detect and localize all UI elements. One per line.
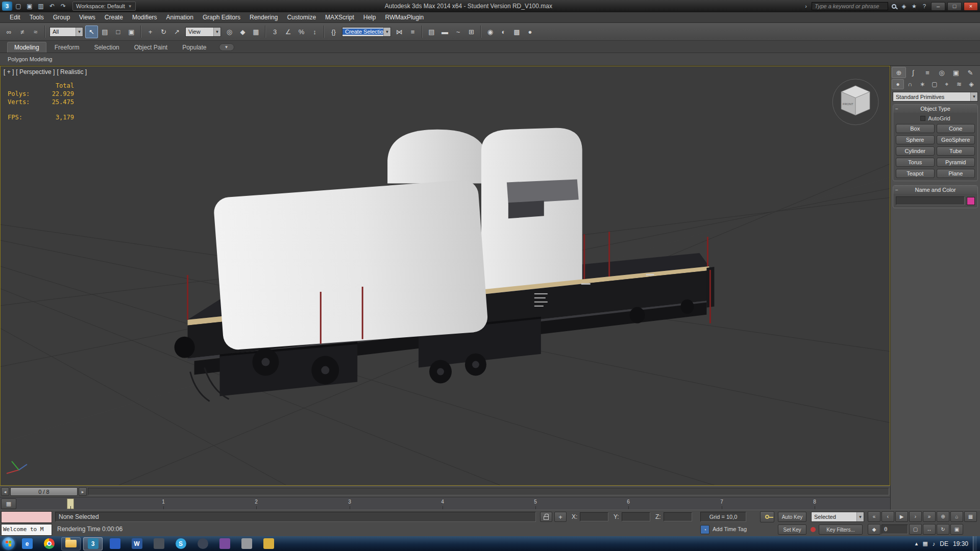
percent-snap-icon[interactable]: % xyxy=(295,26,308,38)
time-configuration-button[interactable]: ▦ xyxy=(964,511,977,522)
category-systems-icon[interactable]: ◈ xyxy=(965,79,977,89)
spinner-snap-icon[interactable]: ↕ xyxy=(308,26,321,38)
pan-view-button[interactable]: ↔ xyxy=(923,524,936,535)
network-icon[interactable]: ▦ xyxy=(922,540,927,547)
selection-set-animate-dropdown[interactable]: Selected▼ xyxy=(811,512,864,522)
key-mode-toggle[interactable]: ◆ xyxy=(868,524,880,535)
object-type-teapot-button[interactable]: Teapot xyxy=(896,169,935,178)
favorites-icon[interactable]: ★ xyxy=(910,2,919,10)
search-icon[interactable] xyxy=(889,2,898,10)
help-icon[interactable]: ? xyxy=(920,2,929,10)
show-desktop-button[interactable] xyxy=(973,536,977,551)
redo-icon[interactable]: ↷ xyxy=(58,2,68,11)
communication-center-icon[interactable]: ◈ xyxy=(899,2,909,10)
save-file-icon[interactable]: ▥ xyxy=(36,2,46,11)
select-and-move-icon[interactable]: + xyxy=(144,26,157,38)
x-coordinate-input[interactable] xyxy=(580,512,608,521)
selection-set-dropdown[interactable]: Create Selection Se▼ xyxy=(342,27,391,37)
select-by-name-icon[interactable]: ▤ xyxy=(99,26,111,38)
add-time-tag-label[interactable]: Add Time Tag xyxy=(713,526,747,532)
track-bar[interactable]: ▦ 1 2 3 4 5 6 7 8 xyxy=(0,497,890,510)
layer-explorer-icon[interactable]: ▤ xyxy=(425,26,438,38)
close-button[interactable]: × xyxy=(964,2,978,11)
show-hidden-icons-icon[interactable]: ▴ xyxy=(915,540,918,547)
taskbar-internet-explorer[interactable]: e xyxy=(17,537,37,550)
category-geometry-icon[interactable]: ● xyxy=(892,79,904,89)
ribbon-minimize-icon[interactable]: ▼ xyxy=(219,43,234,51)
select-and-scale-icon[interactable]: ↗ xyxy=(170,26,183,38)
taskbar-chrome[interactable] xyxy=(39,537,59,550)
maximize-viewport-toggle[interactable]: ▣ xyxy=(950,524,963,535)
viewport-menu-pov[interactable]: [ Perspective ] xyxy=(16,68,55,76)
object-type-geosphere-button[interactable]: GeoSphere xyxy=(937,135,975,144)
field-of-view-button[interactable]: ▢ xyxy=(909,524,922,535)
tab-utilities-icon[interactable]: ✎ xyxy=(963,67,977,78)
menu-help[interactable]: Help xyxy=(359,13,381,22)
curve-editor-icon[interactable]: ~ xyxy=(452,26,464,38)
object-type-box-button[interactable]: Box xyxy=(896,124,935,133)
autogrid-checkbox[interactable] xyxy=(920,116,925,121)
menu-modifiers[interactable]: Modifiers xyxy=(128,13,162,22)
ribbon-toggle-icon[interactable]: ▬ xyxy=(438,26,451,38)
menu-rwmaxplugin[interactable]: RWMaxPlugin xyxy=(380,13,428,22)
name-color-rollout-header[interactable]: − Name and Color xyxy=(893,186,977,194)
object-type-tube-button[interactable]: Tube xyxy=(937,146,975,156)
new-scene-icon[interactable]: ▢ xyxy=(13,2,23,11)
ribbon-tab-populate[interactable]: Populate xyxy=(176,42,213,53)
taskbar-media-player[interactable] xyxy=(105,537,125,550)
viewport-menu-general[interactable]: [ + ] xyxy=(4,68,14,76)
align-icon[interactable]: ≡ xyxy=(406,26,419,38)
taskbar-skype[interactable]: S xyxy=(171,537,190,550)
menu-create[interactable]: Create xyxy=(100,13,128,22)
angle-snap-icon[interactable]: ∠ xyxy=(282,26,295,38)
tab-modify-icon[interactable]: ∫ xyxy=(906,67,920,78)
named-selection-sets-icon[interactable]: {} xyxy=(327,26,340,38)
object-type-rollout-header[interactable]: − Object Type xyxy=(893,105,977,113)
maxscript-listener-line[interactable]: Welcome to M xyxy=(1,524,52,536)
rectangular-selection-icon[interactable]: □ xyxy=(112,26,125,38)
taskbar-app-10[interactable] xyxy=(215,537,234,550)
menu-maxscript[interactable]: MAXScript xyxy=(321,13,359,22)
tab-create-icon[interactable]: ⊕ xyxy=(892,67,906,78)
maximize-button[interactable]: □ xyxy=(947,2,962,11)
menu-tools[interactable]: Tools xyxy=(25,13,48,22)
workspace-selector[interactable]: Workspace: Default ▼ xyxy=(72,2,136,11)
taskbar-windows-explorer[interactable] xyxy=(61,537,81,550)
tab-hierarchy-icon[interactable]: ≡ xyxy=(920,67,935,78)
menu-group[interactable]: Group xyxy=(48,13,75,22)
start-button[interactable] xyxy=(2,537,15,550)
mirror-icon[interactable]: ⋈ xyxy=(393,26,406,38)
object-type-plane-button[interactable]: Plane xyxy=(937,169,975,178)
select-object-icon[interactable]: ↖ xyxy=(85,26,98,38)
clock[interactable]: 19:30 xyxy=(953,540,968,547)
snap-toggle-icon[interactable]: 3 xyxy=(268,26,281,38)
ribbon-tab-object-paint[interactable]: Object Paint xyxy=(128,42,174,53)
material-editor-icon[interactable]: ◉ xyxy=(484,26,497,38)
open-file-icon[interactable]: ▣ xyxy=(24,2,35,11)
object-type-torus-button[interactable]: Torus xyxy=(896,158,935,167)
time-tag-icon[interactable]: ◔ xyxy=(700,525,709,534)
taskbar-3ds-max[interactable]: 3 xyxy=(83,537,103,550)
menu-customize[interactable]: Customize xyxy=(282,13,321,22)
volume-icon[interactable]: ♪ xyxy=(933,541,936,547)
mini-curve-editor-icon[interactable]: ▦ xyxy=(1,498,16,509)
taskbar-app-7[interactable] xyxy=(149,537,168,550)
render-setup-icon[interactable]: ◐ xyxy=(497,26,510,38)
ribbon-tab-modeling[interactable]: Modeling xyxy=(7,42,46,53)
object-type-sphere-button[interactable]: Sphere xyxy=(896,135,935,144)
zoom-extents-all-button[interactable]: ⌂ xyxy=(950,511,963,522)
app-logo-icon[interactable]: 3 xyxy=(2,2,12,11)
next-frame-button[interactable]: › xyxy=(909,511,922,522)
taskbar-app-11[interactable] xyxy=(237,537,256,550)
category-space-warps-icon[interactable]: ≋ xyxy=(953,79,965,89)
ribbon-tab-selection[interactable]: Selection xyxy=(87,42,126,53)
orbit-view-button[interactable]: ↻ xyxy=(937,524,949,535)
menu-animation[interactable]: Animation xyxy=(162,13,198,22)
reference-coordinate-dropdown[interactable]: View▼ xyxy=(185,27,221,37)
flat-wagon-model[interactable] xyxy=(175,128,715,402)
time-slider-prev-icon[interactable]: ◂ xyxy=(1,487,9,496)
taskbar-app-12[interactable] xyxy=(259,537,278,550)
ribbon-collapsed-panel[interactable]: Polygon Modeling xyxy=(0,53,980,66)
y-coordinate-input[interactable] xyxy=(622,512,650,521)
tab-display-icon[interactable]: ▣ xyxy=(949,67,963,78)
